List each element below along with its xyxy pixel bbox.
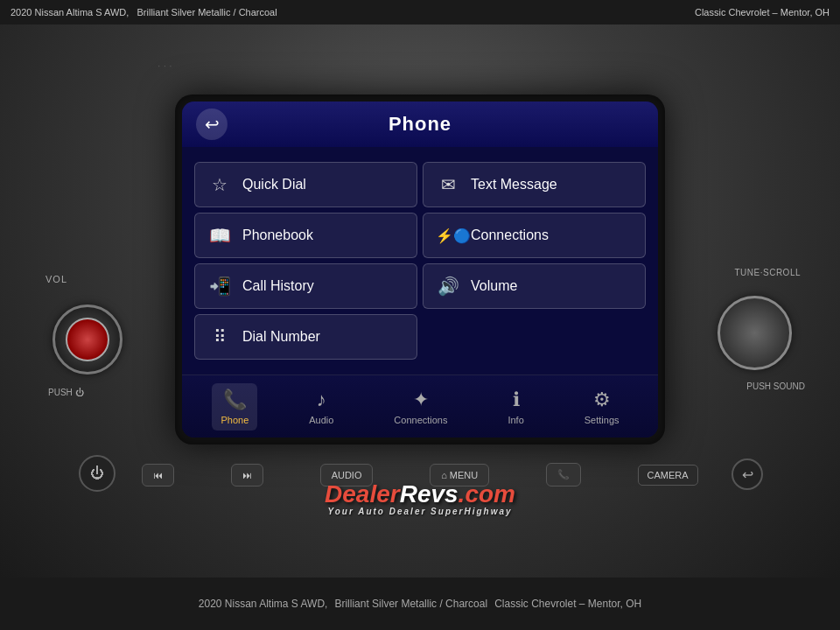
text-message-label: Text Message (471, 177, 557, 192)
call-history-button[interactable]: 📲 Call History (194, 263, 417, 309)
watermark-dealer: Dealer (325, 480, 400, 508)
bottom-bar: 2020 Nissan Altima S AWD, Brilliant Silv… (0, 578, 840, 630)
push-power-label: PUSH ⏻ (48, 388, 84, 397)
volume-label: Volume (471, 278, 517, 294)
screen-back-button[interactable]: ↩ (196, 108, 228, 140)
screen-header: ↩ Phone (182, 102, 658, 147)
quick-dial-button[interactable]: ☆ Quick Dial (194, 162, 417, 207)
nav-info-icon: ℹ (513, 388, 520, 411)
nav-audio-label: Audio (309, 415, 333, 425)
phonebook-button[interactable]: 📖 Phonebook (194, 213, 417, 258)
top-bar-car-info: 2020 Nissan Altima S AWD, Brilliant Silv… (10, 7, 277, 18)
watermark-dotcom: .com (458, 480, 515, 508)
top-bar-model: 2020 Nissan Altima S AWD, (10, 7, 129, 18)
tune-scroll-label: TUNE·SCROLL (734, 268, 801, 277)
quick-dial-icon: ☆ (207, 174, 232, 195)
watermark-logo: DealerRevs.com (325, 482, 515, 507)
screen-nav-bar: 📞 Phone ♪ Audio ✦ Connections ℹ Info ⚙ (182, 374, 658, 438)
watermark-tagline: Your Auto Dealer SuperHighway (325, 507, 515, 516)
nav-info-label: Info (508, 415, 523, 425)
decoration-dots: · · · (158, 60, 172, 72)
top-bar-dealer: Classic Chevrolet – Mentor, OH (695, 7, 830, 18)
bottom-dealer: Classic Chevrolet – Mentor, OH (494, 598, 641, 610)
dashboard-photo: · · · VOL PUSH ⏻ TUNE·SCROLL PUSH SOUND … (0, 24, 840, 578)
nav-settings[interactable]: ⚙ Settings (576, 383, 628, 430)
screen-container: ↩ Phone ☆ Quick Dial ✉ Text Message (175, 94, 665, 444)
nav-phone-icon: 📞 (223, 388, 247, 411)
bottom-bar-content: 2020 Nissan Altima S AWD, Brilliant Silv… (199, 598, 641, 610)
volume-button[interactable]: 🔊 Volume (423, 263, 646, 309)
skip-forward-button[interactable]: ⏭ (231, 464, 263, 486)
nav-phone[interactable]: 📞 Phone (212, 383, 257, 430)
call-hw-button[interactable]: 📞 (546, 463, 581, 486)
back-arrow-icon: ↩ (205, 114, 220, 135)
skip-back-button[interactable]: ⏮ (142, 464, 174, 486)
connections-button[interactable]: ⚡🔵 Connections (423, 213, 646, 258)
bottom-car-model: 2020 Nissan Altima S AWD, (199, 598, 328, 610)
nav-info[interactable]: ℹ Info (499, 383, 532, 430)
infotainment-screen: ↩ Phone ☆ Quick Dial ✉ Text Message (182, 102, 658, 438)
nav-audio[interactable]: ♪ Audio (300, 383, 342, 430)
screen-content: ☆ Quick Dial ✉ Text Message 📖 Phonebook (182, 147, 658, 374)
text-message-button[interactable]: ✉ Text Message (423, 162, 646, 207)
nav-settings-label: Settings (584, 415, 620, 425)
nav-connections-icon: ✦ (413, 388, 429, 411)
volume-knob-inner (66, 318, 109, 361)
dial-number-icon: ⠿ (207, 326, 232, 347)
nav-settings-icon: ⚙ (593, 388, 611, 411)
volume-icon: 🔊 (436, 276, 460, 297)
text-message-icon: ✉ (436, 174, 460, 195)
nav-audio-icon: ♪ (317, 388, 326, 411)
quick-dial-label: Quick Dial (242, 177, 306, 192)
top-bar: 2020 Nissan Altima S AWD, Brilliant Silv… (0, 0, 840, 24)
tune-scroll-knob[interactable] (718, 296, 792, 370)
nav-phone-label: Phone (220, 415, 248, 425)
watermark-revs: Revs (400, 480, 458, 508)
camera-hw-button[interactable]: CAMERA (638, 465, 698, 486)
phonebook-icon: 📖 (207, 225, 232, 246)
back-hardware-button[interactable]: ↩ (732, 458, 763, 490)
dial-number-button[interactable]: ⠿ Dial Number (194, 314, 417, 360)
bottom-car-color: Brilliant Silver Metallic / Charcoal (334, 598, 487, 610)
screen-title: Phone (388, 113, 452, 136)
phonebook-label: Phonebook (242, 228, 313, 243)
volume-knob[interactable] (52, 304, 122, 374)
top-bar-color: Brilliant Silver Metallic / Charcoal (137, 7, 277, 18)
call-history-icon: 📲 (207, 276, 232, 297)
dial-number-label: Dial Number (242, 329, 320, 345)
connections-icon: ⚡🔵 (436, 228, 460, 244)
watermark: DealerRevs.com Your Auto Dealer SuperHig… (325, 482, 515, 516)
vol-label: VOL (46, 274, 67, 284)
push-sound-label: PUSH SOUND (746, 382, 805, 391)
phone-menu-grid: ☆ Quick Dial ✉ Text Message 📖 Phonebook (182, 153, 658, 368)
call-history-label: Call History (242, 278, 314, 294)
nav-connections-label: Connections (394, 415, 447, 425)
connections-label: Connections (471, 228, 549, 243)
nav-connections[interactable]: ✦ Connections (385, 383, 456, 430)
power-button[interactable]: ⏻ (79, 455, 116, 492)
